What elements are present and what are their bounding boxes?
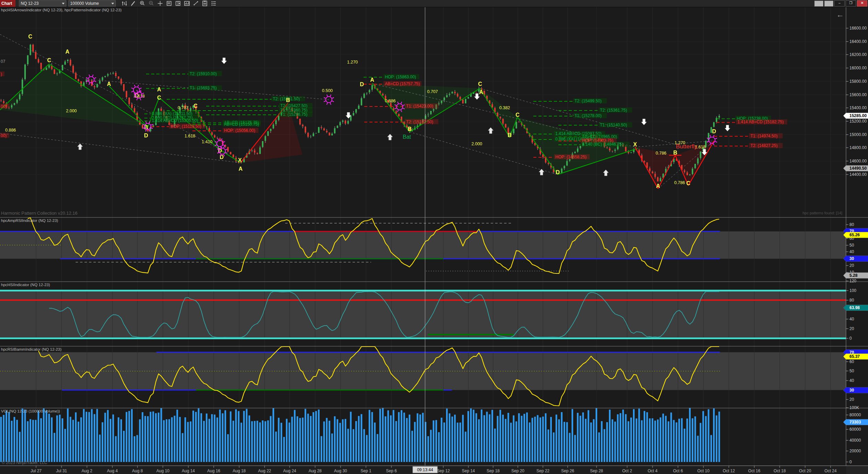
svg-text:Jul 31: Jul 31	[56, 469, 67, 473]
svg-text:B: B	[408, 126, 412, 132]
svg-text:30: 30	[849, 256, 854, 261]
chart-style-icon[interactable]	[121, 0, 128, 7]
svg-text:T1: (14974.50): T1: (14974.50)	[750, 134, 778, 138]
svg-text:Oct 6: Oct 6	[673, 469, 683, 473]
svg-text:A: A	[65, 49, 69, 55]
svg-text:0.500: 0.500	[322, 88, 333, 93]
svg-text:T1: (15296.75): T1: (15296.75)	[280, 112, 308, 117]
svg-text:D: D	[360, 81, 364, 87]
period-selector[interactable]: 100000 Volume	[68, 0, 116, 7]
minimize-button[interactable]: –	[834, 0, 845, 7]
chart-canvas[interactable]: T2: (15910.00)T1: (15693.75)0.886 (XA) (…	[0, 0, 868, 474]
svg-text:T1: (15423.00): T1: (15423.00)	[406, 104, 433, 109]
svg-text:0.786: 0.786	[656, 151, 666, 156]
svg-text:Oct 24: Oct 24	[824, 469, 837, 473]
svg-text:Aug 8: Aug 8	[132, 469, 143, 473]
indicator-icon[interactable]	[183, 0, 191, 7]
svg-text:): )	[1, 72, 2, 77]
svg-text:Aug 14: Aug 14	[182, 469, 195, 473]
svg-text:T2: (14827.25): T2: (14827.25)	[750, 143, 778, 148]
svg-text:0.382: 0.382	[499, 105, 510, 110]
svg-text:14600.00: 14600.00	[849, 159, 867, 163]
time-axis[interactable]: Jul 27Jul 31Aug 2Aug 4Aug 8Aug 10Aug 14A…	[0, 466, 868, 474]
svg-text:Oct 2: Oct 2	[622, 469, 632, 473]
svg-text:A: A	[107, 81, 111, 87]
svg-text:Oct 16: Oct 16	[748, 469, 760, 473]
properties-icon[interactable]	[210, 0, 218, 7]
svg-text:50: 50	[849, 369, 854, 373]
svg-text:C: C	[193, 103, 198, 109]
instrument-value: NQ 12-23	[21, 1, 38, 6]
svg-text:Butterfly: Butterfly	[676, 143, 698, 150]
ninjatrader-chart-window: { "window": { "title": "Chart", "minimiz…	[0, 0, 868, 474]
svg-text:Aug 30: Aug 30	[334, 469, 347, 473]
svg-text:X: X	[633, 142, 637, 147]
svg-text:C: C	[686, 180, 690, 186]
svg-text:Aug 2: Aug 2	[81, 469, 92, 473]
market-analyzer-icon[interactable]	[201, 0, 209, 7]
trendline-icon[interactable]	[192, 0, 200, 7]
svg-text:C: C	[157, 95, 161, 101]
panel-backgrounds	[0, 7, 868, 474]
svg-text:C: C	[47, 57, 51, 63]
svg-text:0.886: 0.886	[385, 99, 396, 103]
svg-text:A: A	[157, 87, 161, 92]
svg-text:5.28: 5.28	[849, 273, 858, 278]
svg-text:HOP: (15863.00): HOP: (15863.00)	[385, 75, 416, 79]
svg-text:14800.00: 14800.00	[849, 145, 867, 150]
restore-button[interactable]: ❐	[846, 0, 856, 7]
svg-text:Sep 12: Sep 12	[437, 469, 450, 473]
svg-text:D: D	[220, 154, 224, 160]
svg-text:A: A	[479, 89, 483, 95]
svg-text:Aug 24: Aug 24	[283, 469, 296, 473]
zoom-in-icon[interactable]	[138, 0, 146, 7]
svg-text:40: 40	[849, 378, 854, 383]
svg-text:T1: (15140.50): T1: (15140.50)	[600, 123, 627, 127]
svg-text:07: 07	[1, 59, 5, 64]
data-box-icon[interactable]	[165, 0, 173, 7]
svg-text:C: C	[478, 81, 482, 87]
svg-text:15000.00: 15000.00	[849, 132, 867, 137]
zoom-out-icon[interactable]	[147, 0, 155, 7]
close-button[interactable]: ✕	[857, 0, 867, 7]
svg-text:20: 20	[849, 263, 854, 268]
svg-text:100K: 100K	[849, 405, 859, 410]
svg-text:B: B	[508, 132, 512, 138]
crosshair-icon[interactable]	[156, 0, 164, 7]
svg-text:C: C	[28, 34, 32, 40]
svg-text:40: 40	[849, 317, 854, 321]
instrument-selector[interactable]: NQ 12-23	[19, 0, 66, 7]
toolbar-spacer-button[interactable]	[814, 1, 823, 7]
toolbar: Chart NQ 12-23 100000 Volume – ❐ ✕	[0, 0, 868, 7]
svg-text:D: D	[144, 133, 148, 138]
toolbar-icons	[121, 0, 218, 7]
panel-icon[interactable]	[174, 0, 182, 7]
svg-text:B: B	[286, 97, 290, 103]
toolbar-spacer-button[interactable]	[824, 1, 833, 7]
svg-text:16200.00: 16200.00	[849, 52, 867, 57]
svg-text:Bat: Bat	[403, 134, 411, 140]
svg-text:Aug 16: Aug 16	[207, 469, 220, 473]
svg-text:63.98: 63.98	[849, 305, 860, 310]
svg-text:15200.00: 15200.00	[849, 119, 867, 124]
svg-text:Sep 26: Sep 26	[561, 469, 574, 473]
svg-text:T2: (15499.50): T2: (15499.50)	[575, 99, 602, 103]
svg-text:A: A	[656, 183, 660, 189]
svg-text:AB=CD (15757.75): AB=CD (15757.75)	[385, 81, 420, 86]
draw-icon[interactable]	[130, 0, 137, 7]
svg-text:73303: 73303	[849, 420, 861, 425]
svg-text:40000: 40000	[849, 438, 861, 443]
svg-text:Sep 6: Sep 6	[386, 469, 397, 473]
svg-text:HOP: (15119.50): HOP: (15119.50)	[170, 124, 201, 129]
svg-text:Jul 27: Jul 27	[31, 469, 42, 473]
crosshair-time-badge: 09:13:44	[417, 467, 433, 472]
window-title: Chart	[0, 0, 15, 7]
svg-text:20: 20	[849, 397, 854, 402]
svg-text:2.000: 2.000	[471, 142, 482, 146]
svg-text:Aug 18: Aug 18	[233, 469, 246, 473]
svg-text:T2: (15361.75): T2: (15361.75)	[600, 108, 627, 113]
svg-text:Sep 1: Sep 1	[360, 469, 371, 473]
svg-text:Aug 28: Aug 28	[309, 469, 322, 473]
svg-text:AB=CD (15150.75): AB=CD (15150.75)	[224, 122, 259, 127]
svg-text:Aug 10: Aug 10	[156, 469, 169, 473]
